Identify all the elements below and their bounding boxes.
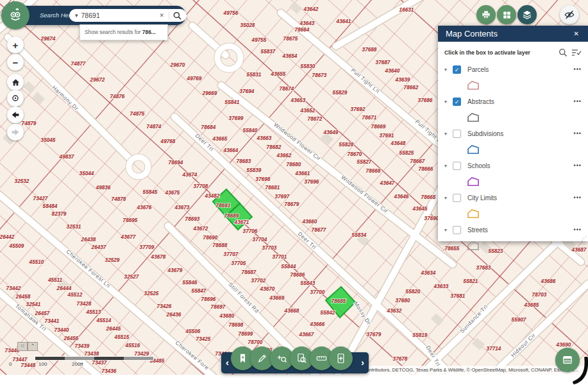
- layer-checkbox-subdivisions[interactable]: [453, 130, 461, 138]
- row-caret-icon[interactable]: ▾: [444, 67, 453, 73]
- search-icon[interactable]: [169, 12, 187, 20]
- search-query-text[interactable]: 78691: [81, 12, 155, 19]
- row-caret-icon[interactable]: ▾: [444, 99, 453, 105]
- attribute-table-button[interactable]: [555, 348, 580, 372]
- parcel-label: 78680: [287, 162, 301, 167]
- parcel-label: 43648: [391, 141, 406, 146]
- coordinate-widget-button[interactable]: ⁙: [17, 342, 28, 351]
- parcel-label: 43654: [282, 53, 298, 59]
- parcel-label: 26437: [91, 244, 106, 250]
- parcel-label: 78674: [280, 86, 294, 92]
- add-data-button[interactable]: [329, 346, 353, 370]
- parcel-label: 49755: [251, 37, 267, 43]
- row-caret-icon[interactable]: ▾: [444, 195, 453, 201]
- row-options-dots-icon[interactable]: •••: [574, 194, 582, 201]
- forward-extent-button[interactable]: [7, 124, 24, 141]
- layer-swatch: [438, 172, 588, 191]
- parcel-label: 43680: [219, 313, 235, 319]
- parcel-label: 37696: [305, 179, 319, 185]
- toolbar-prev-icon[interactable]: ‹: [226, 352, 229, 373]
- parcel-label: 37705: [231, 261, 246, 266]
- row-options-dots-icon[interactable]: •••: [574, 227, 582, 233]
- layer-swatch: [438, 140, 588, 159]
- parcel-label: 78685: [332, 298, 346, 304]
- search-suggestion[interactable]: Show search results for 786...: [80, 24, 168, 40]
- add-data-icon: [335, 352, 347, 364]
- parcel-label: 37708: [194, 184, 208, 189]
- parcel-label: 49836: [96, 185, 111, 191]
- parcel-label: 78668: [366, 168, 381, 174]
- row-options-dots-icon[interactable]: •••: [574, 66, 582, 73]
- row-options-dots-icon[interactable]: •••: [574, 98, 582, 105]
- layer-checkbox-parcels[interactable]: ✓: [453, 65, 461, 74]
- parcel-label: 43639: [395, 77, 410, 83]
- layer-checkbox-city-limits[interactable]: [453, 194, 461, 202]
- layer-checkbox-abstracts[interactable]: ✓: [453, 98, 461, 106]
- parcel-label: 78662: [404, 85, 419, 90]
- toolbar-next-icon[interactable]: ›: [361, 352, 364, 373]
- parcel-label: 78693: [185, 216, 200, 222]
- panel-resize-handle[interactable]: ⋰: [581, 235, 587, 241]
- print-button[interactable]: [476, 5, 496, 24]
- parcel-label: 82379: [52, 211, 67, 217]
- parcel-label: 26457: [35, 311, 50, 316]
- layer-checkbox-streets[interactable]: [453, 226, 461, 234]
- parcel-label: 78686: [290, 272, 305, 278]
- parcel-label: 37688: [362, 47, 377, 53]
- panel-close-icon[interactable]: ✕: [573, 26, 580, 42]
- layer-checkbox-schools[interactable]: [453, 162, 461, 170]
- layer-filter-button[interactable]: [571, 48, 582, 57]
- parcel-label: 26456: [63, 336, 79, 341]
- search-dropdown-caret-icon[interactable]: ▾: [69, 12, 81, 19]
- parcel-label: 73442: [6, 286, 21, 291]
- expand-widget-button[interactable]: ⌃: [28, 342, 38, 351]
- parcel-label: 78684: [201, 124, 216, 130]
- parcel-label: 37678: [393, 356, 408, 362]
- parcel-label: 37687: [376, 60, 391, 65]
- row-options-dots-icon[interactable]: •••: [574, 162, 582, 169]
- search-input[interactable]: ▾ 78691 ✕: [69, 9, 187, 22]
- parcel-label: 78667: [410, 158, 425, 164]
- parcel-label: 73436: [102, 368, 117, 374]
- parcel-label: 45506: [185, 329, 201, 334]
- locate-button[interactable]: [7, 90, 24, 107]
- hide-ui-button[interactable]: [560, 5, 579, 24]
- map-application: Rainey RHarmony DrDeer TrlDeer TrlDeer T…: [0, 0, 588, 385]
- query-document-icon: [296, 352, 308, 364]
- parcel-label: 73440: [55, 327, 69, 333]
- parcel-label: 43686: [541, 278, 556, 284]
- row-caret-icon[interactable]: ▾: [444, 163, 453, 169]
- parcel-label: 55842: [321, 310, 335, 316]
- parcel-label: 43632: [387, 308, 402, 314]
- parcel-label: 78664: [295, 27, 310, 33]
- parcel-label: 43668: [284, 308, 299, 314]
- layers-list: ▾✓Parcels•••▾✓Abstracts•••▾Subdivisions•…: [438, 63, 588, 255]
- parcel-label: 78681: [265, 185, 280, 191]
- parcel-label: 74877: [71, 61, 86, 67]
- layers-button[interactable]: [517, 5, 537, 24]
- home-button[interactable]: [7, 74, 24, 90]
- scale-end-label: 200ft: [72, 361, 83, 367]
- row-caret-icon[interactable]: ▾: [444, 227, 453, 233]
- parcel-label: 78700: [248, 339, 263, 345]
- row-caret-icon[interactable]: ▾: [444, 131, 453, 137]
- parcel-label: 78689: [224, 213, 239, 219]
- parcel-label: 43663: [256, 135, 272, 141]
- apps-button[interactable]: [497, 5, 516, 24]
- back-arrow-icon: [10, 110, 21, 120]
- parcel-label: 45512: [67, 292, 83, 298]
- parcel-label: 32525: [144, 291, 159, 296]
- print-icon: [480, 9, 492, 21]
- clear-search-icon[interactable]: ✕: [155, 12, 169, 19]
- filter-list-icon: [571, 48, 582, 57]
- back-extent-button[interactable]: [7, 107, 24, 123]
- layer-search-button[interactable]: [559, 48, 567, 57]
- parcel-label: 78691: [216, 203, 231, 209]
- panel-hint-row: Click in the box to activate layer: [438, 42, 588, 63]
- zoom-in-button[interactable]: +: [7, 37, 24, 53]
- app-logo[interactable]: [1, 1, 29, 30]
- parcel-label: 43653: [290, 98, 306, 103]
- suggestion-text: Show search results for: [85, 29, 142, 35]
- zoom-out-button[interactable]: −: [7, 54, 24, 71]
- row-options-dots-icon[interactable]: •••: [574, 130, 582, 137]
